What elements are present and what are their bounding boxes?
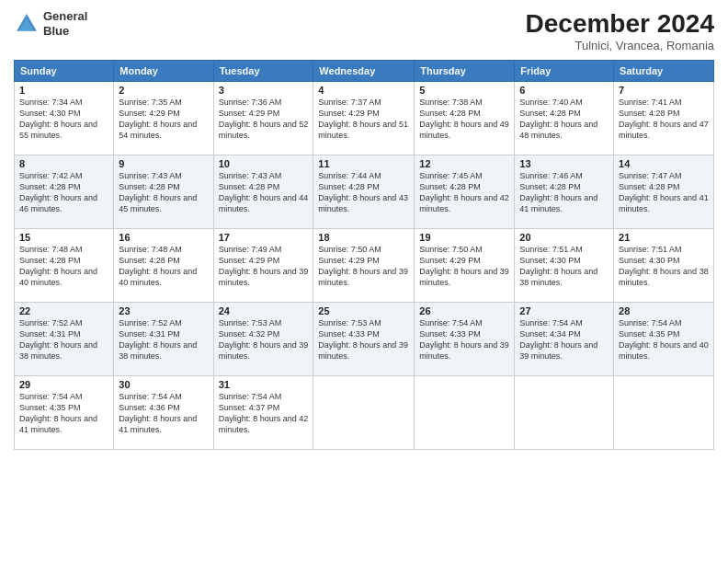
sunrise-text: Sunrise: 7:53 AM — [219, 318, 282, 327]
sunset-text: Sunset: 4:30 PM — [519, 256, 581, 265]
day-number: 18 — [318, 232, 409, 243]
sunset-text: Sunset: 4:35 PM — [19, 403, 81, 412]
calendar-cell: 19Sunrise: 7:50 AMSunset: 4:29 PMDayligh… — [415, 229, 515, 303]
day-info: Sunrise: 7:52 AMSunset: 4:31 PMDaylight:… — [19, 317, 108, 362]
day-number: 30 — [119, 379, 208, 390]
daylight-text: Daylight: 8 hours and 45 minutes. — [119, 193, 197, 213]
title-block: December 2024 Tulnici, Vrancea, Romania — [526, 9, 714, 52]
calendar-cell — [515, 376, 614, 450]
calendar-cell: 28Sunrise: 7:54 AMSunset: 4:35 PMDayligh… — [614, 303, 714, 376]
sunset-text: Sunset: 4:28 PM — [419, 182, 481, 191]
daylight-text: Daylight: 8 hours and 52 minutes. — [219, 120, 309, 140]
logo-line2: Blue — [43, 24, 87, 39]
day-number: 17 — [219, 232, 309, 243]
calendar-cell: 15Sunrise: 7:48 AMSunset: 4:28 PMDayligh… — [15, 229, 114, 303]
sunset-text: Sunset: 4:28 PM — [219, 182, 280, 191]
calendar-cell: 14Sunrise: 7:47 AMSunset: 4:28 PMDayligh… — [614, 155, 714, 229]
weekday-header: Saturday — [614, 61, 714, 82]
sunrise-text: Sunrise: 7:43 AM — [119, 171, 182, 180]
calendar-cell: 1Sunrise: 7:34 AMSunset: 4:30 PMDaylight… — [15, 82, 114, 155]
sunset-text: Sunset: 4:33 PM — [318, 329, 380, 339]
daylight-text: Daylight: 8 hours and 41 minutes. — [119, 414, 197, 434]
day-number: 13 — [519, 158, 609, 169]
daylight-text: Daylight: 8 hours and 41 minutes. — [19, 414, 97, 434]
weekday-header: Wednesday — [313, 61, 415, 82]
sunrise-text: Sunrise: 7:44 AM — [318, 171, 381, 180]
sunrise-text: Sunrise: 7:51 AM — [619, 245, 682, 254]
day-info: Sunrise: 7:51 AMSunset: 4:30 PMDaylight:… — [519, 244, 609, 289]
day-number: 29 — [19, 379, 108, 390]
day-info: Sunrise: 7:37 AMSunset: 4:29 PMDaylight:… — [318, 97, 409, 142]
sunrise-text: Sunrise: 7:40 AM — [519, 98, 583, 107]
day-number: 6 — [519, 85, 609, 96]
day-info: Sunrise: 7:43 AMSunset: 4:28 PMDaylight:… — [219, 170, 309, 215]
sunset-text: Sunset: 4:35 PM — [619, 329, 680, 339]
day-number: 26 — [419, 305, 509, 316]
sunrise-text: Sunrise: 7:38 AM — [419, 98, 483, 107]
day-info: Sunrise: 7:48 AMSunset: 4:28 PMDaylight:… — [119, 244, 208, 289]
sunrise-text: Sunrise: 7:41 AM — [619, 98, 682, 107]
sunset-text: Sunset: 4:29 PM — [318, 256, 380, 265]
calendar-cell: 2Sunrise: 7:35 AMSunset: 4:29 PMDaylight… — [114, 82, 213, 155]
day-info: Sunrise: 7:38 AMSunset: 4:28 PMDaylight:… — [419, 97, 509, 142]
calendar-cell: 3Sunrise: 7:36 AMSunset: 4:29 PMDaylight… — [213, 82, 313, 155]
day-info: Sunrise: 7:34 AMSunset: 4:30 PMDaylight:… — [19, 97, 108, 142]
day-info: Sunrise: 7:43 AMSunset: 4:28 PMDaylight:… — [119, 170, 208, 215]
month-title: December 2024 — [526, 9, 714, 39]
sunrise-text: Sunrise: 7:42 AM — [19, 171, 83, 180]
calendar-week: 22Sunrise: 7:52 AMSunset: 4:31 PMDayligh… — [15, 303, 714, 376]
sunrise-text: Sunrise: 7:37 AM — [318, 98, 381, 107]
day-info: Sunrise: 7:54 AMSunset: 4:35 PMDaylight:… — [19, 391, 108, 436]
daylight-text: Daylight: 8 hours and 46 minutes. — [19, 193, 97, 213]
calendar-cell — [313, 376, 415, 450]
calendar-cell: 31Sunrise: 7:54 AMSunset: 4:37 PMDayligh… — [213, 376, 313, 450]
day-info: Sunrise: 7:54 AMSunset: 4:37 PMDaylight:… — [219, 391, 309, 436]
daylight-text: Daylight: 8 hours and 39 minutes. — [318, 267, 408, 287]
calendar-cell: 21Sunrise: 7:51 AMSunset: 4:30 PMDayligh… — [614, 229, 714, 303]
calendar-cell — [614, 376, 714, 450]
calendar-cell: 4Sunrise: 7:37 AMSunset: 4:29 PMDaylight… — [313, 82, 415, 155]
day-info: Sunrise: 7:54 AMSunset: 4:34 PMDaylight:… — [519, 317, 609, 362]
sunset-text: Sunset: 4:29 PM — [419, 256, 481, 265]
day-info: Sunrise: 7:47 AMSunset: 4:28 PMDaylight:… — [619, 170, 709, 215]
header: General Blue December 2024 Tulnici, Vran… — [14, 9, 714, 52]
location: Tulnici, Vrancea, Romania — [526, 39, 714, 52]
sunset-text: Sunset: 4:31 PM — [119, 329, 180, 339]
calendar-cell — [415, 376, 515, 450]
logo: General Blue — [14, 9, 87, 38]
sunrise-text: Sunrise: 7:51 AM — [519, 245, 583, 254]
daylight-text: Daylight: 8 hours and 40 minutes. — [619, 340, 709, 361]
sunset-text: Sunset: 4:28 PM — [619, 182, 680, 191]
sunrise-text: Sunrise: 7:36 AM — [219, 98, 282, 107]
day-number: 28 — [619, 305, 709, 316]
day-number: 14 — [619, 158, 709, 169]
day-number: 16 — [119, 232, 208, 243]
calendar-cell: 17Sunrise: 7:49 AMSunset: 4:29 PMDayligh… — [213, 229, 313, 303]
sunset-text: Sunset: 4:28 PM — [19, 256, 81, 265]
day-info: Sunrise: 7:49 AMSunset: 4:29 PMDaylight:… — [219, 244, 309, 289]
daylight-text: Daylight: 8 hours and 39 minutes. — [318, 340, 408, 361]
calendar-cell: 10Sunrise: 7:43 AMSunset: 4:28 PMDayligh… — [213, 155, 313, 229]
weekday-header: Thursday — [415, 61, 515, 82]
sunrise-text: Sunrise: 7:46 AM — [519, 171, 583, 180]
daylight-text: Daylight: 8 hours and 39 minutes. — [419, 267, 509, 287]
calendar-cell: 12Sunrise: 7:45 AMSunset: 4:28 PMDayligh… — [415, 155, 515, 229]
daylight-text: Daylight: 8 hours and 43 minutes. — [318, 193, 408, 213]
sunrise-text: Sunrise: 7:50 AM — [318, 245, 381, 254]
day-number: 23 — [119, 305, 208, 316]
calendar: SundayMondayTuesdayWednesdayThursdayFrid… — [14, 60, 714, 450]
calendar-cell: 8Sunrise: 7:42 AMSunset: 4:28 PMDaylight… — [15, 155, 114, 229]
calendar-cell: 18Sunrise: 7:50 AMSunset: 4:29 PMDayligh… — [313, 229, 415, 303]
day-number: 12 — [419, 158, 509, 169]
daylight-text: Daylight: 8 hours and 38 minutes. — [119, 340, 197, 361]
daylight-text: Daylight: 8 hours and 40 minutes. — [119, 267, 197, 287]
day-number: 31 — [219, 379, 309, 390]
sunset-text: Sunset: 4:29 PM — [318, 109, 380, 118]
sunset-text: Sunset: 4:28 PM — [619, 109, 680, 118]
day-number: 24 — [219, 305, 309, 316]
calendar-cell: 5Sunrise: 7:38 AMSunset: 4:28 PMDaylight… — [415, 82, 515, 155]
day-info: Sunrise: 7:54 AMSunset: 4:33 PMDaylight:… — [419, 317, 509, 362]
sunset-text: Sunset: 4:33 PM — [419, 329, 481, 339]
day-number: 10 — [219, 158, 309, 169]
calendar-cell: 22Sunrise: 7:52 AMSunset: 4:31 PMDayligh… — [15, 303, 114, 376]
